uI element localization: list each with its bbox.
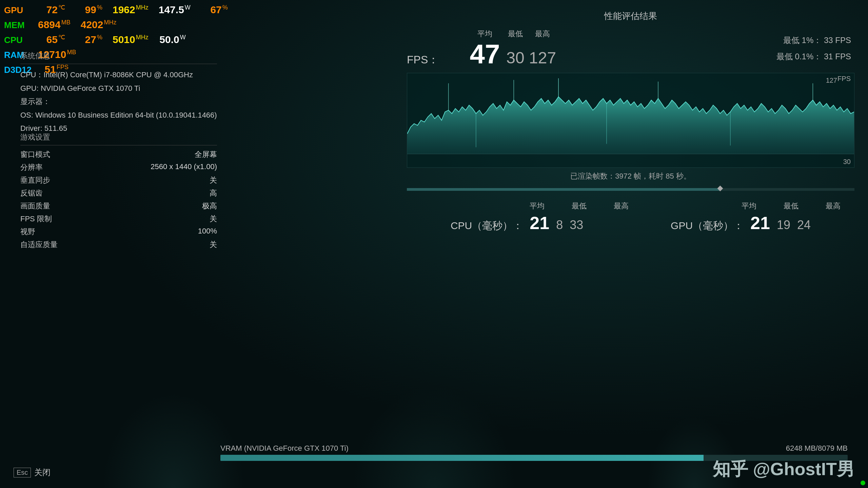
cpu-avg-val: 21	[530, 213, 549, 233]
sys-cpu: CPU：Intel(R) Core(TM) i7-8086K CPU @ 4.0…	[20, 68, 217, 82]
cpu-temp-val: 65℃	[38, 33, 65, 47]
vram-label: VRAM (NVIDIA GeForce GTX 1070 Ti)	[220, 444, 349, 453]
cpu-min-val: 8	[556, 218, 563, 232]
timing-min-label2: 最低	[784, 201, 798, 211]
mem-val: 6894MB	[38, 18, 71, 32]
window-mode-val: 全屏幕	[195, 149, 217, 160]
mem-row: MEM 6894MB 4202MHz	[4, 18, 228, 32]
sys-gpu: GPU: NVIDIA GeForce GTX 1070 Ti	[20, 82, 217, 95]
setting-aa: 反锯齿 高	[20, 188, 217, 198]
setting-adaptive: 自适应质量 关	[20, 240, 217, 250]
perf-title: 性能评估结果	[407, 10, 854, 22]
esc-box: Esc	[14, 468, 31, 477]
quality-val: 极高	[202, 201, 217, 211]
percentile-01-label: 最低 0.1%：	[776, 52, 822, 61]
cpu-label: CPU	[4, 34, 38, 46]
gpu-ms-label: GPU（毫秒）：	[671, 219, 744, 233]
game-settings-divider	[20, 145, 217, 145]
percentile-1-label: 最低 1%：	[783, 36, 822, 45]
percentile-01-val: 31 FPS	[824, 52, 851, 61]
percentile-1-val: 33 FPS	[824, 36, 851, 45]
main-content: GPU 72℃ 99% 1962MHz 147.5W 67% MEM	[0, 0, 868, 488]
mem-clock-val: 4202MHz	[81, 18, 117, 32]
vsync-label: 垂直同步	[20, 175, 50, 185]
cpu-power-val: 50.0W	[159, 33, 186, 47]
aa-val: 高	[210, 188, 217, 198]
cpu-timing-group: CPU（毫秒）： 21 8 33	[451, 213, 583, 233]
timing-max-label1: 最高	[614, 201, 629, 211]
quality-label: 画面质量	[20, 201, 50, 211]
setting-window-mode: 窗口模式 全屏幕	[20, 149, 217, 160]
fps-limit-label: FPS 限制	[20, 214, 52, 224]
status-dot	[861, 481, 865, 485]
fps-header-min: 最低	[502, 29, 529, 39]
timing-values-row: CPU（毫秒）： 21 8 33 GPU（毫秒）： 21 19 24	[407, 213, 854, 233]
game-settings-panel: 游戏设置 窗口模式 全屏幕 分辨率 868 x 488 (x1.00) 垂直…	[20, 132, 217, 252]
fps-limit-val: 关	[210, 214, 217, 224]
watermark: 知乎 @GhostIT男	[713, 458, 854, 481]
gpu-temp-val: 72℃	[38, 3, 65, 17]
perf-panel: 性能评估结果 平均 最低 最高 FPS： 47 30 127 最低 1%： 33…	[393, 0, 868, 240]
fps-max: 127	[529, 48, 556, 67]
cpu-load-val: 27%	[75, 33, 102, 47]
timing-min-label1: 最低	[572, 201, 587, 211]
cpu-row: CPU 65℃ 27% 5010MHz 50.0W	[4, 33, 228, 47]
gpu-clock-val: 1962MHz	[113, 3, 149, 17]
resolution-label: 分辨率	[20, 162, 43, 172]
gpu-max-val: 24	[797, 218, 811, 232]
sys-display: 显示器：	[20, 95, 217, 108]
fps-avg: 47	[468, 41, 502, 68]
gpu-load-val: 99%	[75, 3, 102, 17]
timing-max-label2: 最高	[826, 201, 841, 211]
fps-chart-max: 127	[826, 77, 837, 84]
fps-chart-min: 30	[843, 158, 851, 166]
cpu-max-val: 33	[570, 218, 583, 232]
setting-fov: 视野 100%	[20, 227, 217, 237]
fov-label: 视野	[20, 227, 35, 237]
fps-chart-svg	[407, 73, 854, 167]
timing-avg-label1: 平均	[530, 201, 545, 211]
progress-bar	[407, 188, 854, 191]
aa-label: 反锯齿	[20, 188, 43, 198]
gpu-avg-val: 21	[750, 213, 770, 233]
fps-label: FPS：	[407, 53, 468, 67]
sys-info-divider	[20, 64, 217, 64]
vram-label-row: VRAM (NVIDIA GeForce GTX 1070 Ti) 6248 M…	[220, 444, 848, 453]
setting-vsync: 垂直同步 关	[20, 175, 217, 185]
setting-resolution: 分辨率 868 x 488 (x1.00)	[20, 162, 217, 172]
cpu-clock-val: 5010MHz	[113, 33, 149, 47]
cpu-ms-label: CPU（毫秒）：	[451, 219, 523, 233]
setting-quality: 画面质量 极高	[20, 201, 217, 211]
window-mode-label: 窗口模式	[20, 149, 50, 160]
vsync-val: 关	[210, 175, 217, 185]
setting-fps-limit: FPS 限制 关	[20, 214, 217, 224]
fov-val: 100%	[198, 227, 217, 237]
gpu-timing-group: GPU（毫秒）： 21 19 24	[671, 213, 811, 233]
mem-label: MEM	[4, 19, 38, 31]
render-info: 已渲染帧数：3972 帧，耗时 85 秒。	[407, 171, 854, 181]
gpu-fan-val: 67%	[201, 3, 228, 17]
sys-info-panel: 系统信息 CPU：Intel(R) Core(TM) i7-8086K CPU …	[20, 51, 217, 135]
gpu-power-val: 147.5W	[159, 3, 191, 17]
gpu-min-val: 19	[777, 218, 790, 232]
vram-val: 6248 MB/8079 MB	[786, 444, 848, 453]
timing-avg-label2: 平均	[742, 201, 756, 211]
esc-close-area[interactable]: Esc 关闭	[14, 467, 51, 478]
progress-bar-fill	[407, 188, 720, 191]
sys-os: OS: Windows 10 Business Edition 64-bit (…	[20, 108, 217, 122]
timing-headers-row: 平均 最低 最高 平均 最低 最高	[407, 201, 854, 211]
vram-bar-fill	[220, 455, 704, 461]
gpu-row: GPU 72℃ 99% 1962MHz 147.5W 67%	[4, 3, 228, 17]
fps-header-max: 最高	[529, 29, 556, 39]
resolution-val: 868 x 488 (x1.00)	[151, 162, 217, 172]
close-label: 关闭	[34, 467, 51, 478]
game-settings-title: 游戏设置	[20, 132, 217, 142]
fps-percentiles: 最低 1%： 33 FPS 最低 0.1%： 31 FPS	[776, 32, 851, 65]
adaptive-val: 关	[210, 240, 217, 250]
fps-min: 30	[502, 48, 529, 67]
gpu-label: GPU	[4, 4, 38, 16]
fps-chart: FPS 127 30	[407, 73, 854, 168]
fps-chart-label: FPS	[837, 75, 851, 83]
sys-info-text: CPU：Intel(R) Core(TM) i7-8086K CPU @ 4.0…	[20, 68, 217, 135]
fps-header-avg: 平均	[468, 29, 502, 39]
